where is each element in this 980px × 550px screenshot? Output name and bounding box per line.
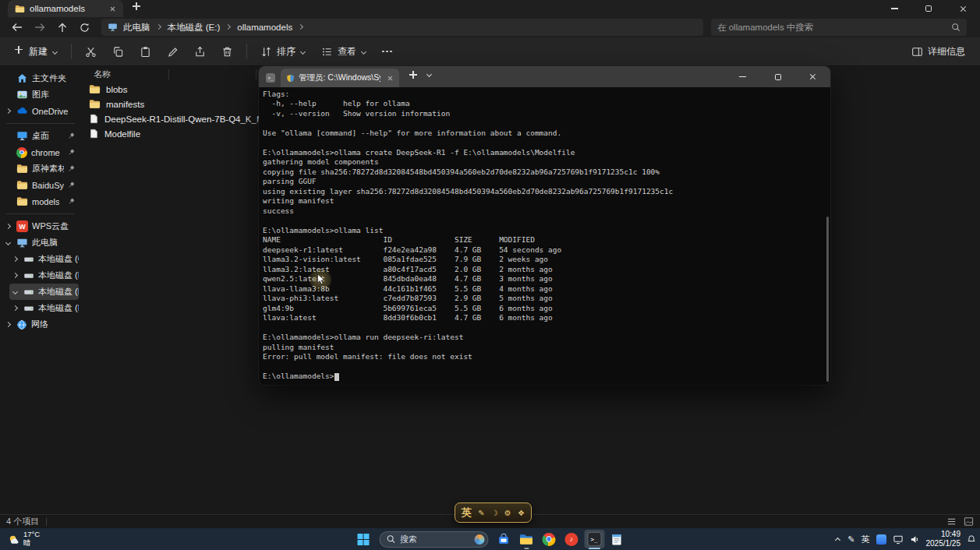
toolbar-divider [246,44,247,59]
admin-shield-icon [286,74,295,83]
refresh-icon[interactable] [74,19,95,36]
terminal-new-tab-button[interactable] [409,68,417,82]
tray-pen-icon[interactable]: ✎ [847,534,854,545]
search-highlight-icon [474,534,484,545]
details-pane-button[interactable]: 详细信息 [904,41,972,62]
chevron-right-icon [12,256,19,263]
cut-button[interactable] [78,41,104,62]
rename-button[interactable] [160,41,186,62]
chevron-down-icon [300,49,306,55]
drive-icon [23,254,34,265]
sort-button[interactable]: 排序 [253,41,313,62]
share-button[interactable] [187,41,213,62]
breadcrumb-ollamamodels[interactable]: ollamamodels [237,23,292,32]
chevron-right-icon [12,305,19,312]
delete-button[interactable] [214,41,240,62]
sidebar-item-gallery[interactable]: 图库 [2,86,79,103]
store-icon[interactable] [494,530,514,548]
file-explorer-icon[interactable] [516,530,536,548]
sidebar-item-desktop[interactable]: 桌面 [2,128,79,144]
chrome-icon[interactable] [539,530,559,548]
sidebar-item-this-pc[interactable]: 此电脑 [2,234,79,251]
clock-date: 2025/1/25 [926,539,961,549]
breadcrumb-drive-e[interactable]: 本地磁盘 (E:) [168,22,221,33]
new-button[interactable]: 新建 [8,41,65,62]
chevron-right-icon [5,224,12,230]
sidebar-item-wps-cloud[interactable]: WPS云盘 [2,218,79,234]
tray-expand-icon[interactable] [835,536,841,542]
terminal-maximize-button[interactable] [760,66,795,87]
folder-icon [89,98,101,110]
sidebar-item-chrome[interactable]: chrome [2,144,79,160]
explorer-address-bar: 此电脑 本地磁盘 (E:) ollamamodels [0,17,980,37]
network-display-icon[interactable] [893,534,904,545]
sidebar-item-baidusyncdisk[interactable]: BaiduSyncdisk [2,177,79,193]
tab-close-icon[interactable] [106,2,119,15]
pin-icon [68,182,75,189]
terminal-close-button[interactable] [795,66,830,87]
terminal-console[interactable]: Flags: -h, --help help for ollama -v, --… [263,90,673,382]
sidebar-item-drive-e[interactable]: 本地磁盘 (E:) [9,284,79,300]
chevron-down-icon [5,240,12,246]
pin-icon [68,165,75,172]
terminal-tab-title: 管理员: C:\Windows\System32 [299,72,380,83]
sidebar-item-drive-c[interactable]: 本地磁盘 (C:) [9,251,79,267]
speaker-icon[interactable] [910,534,920,545]
sidebar-divider [6,213,75,214]
terminal-scrollbar[interactable] [826,217,829,382]
start-button[interactable] [353,530,373,548]
terminal-body: Flags: -h, --help help for ollama -v, --… [259,87,830,385]
back-button[interactable] [6,19,27,36]
weather-widget[interactable]: 17°C晴 [5,528,43,550]
up-button[interactable] [51,19,73,36]
notepad-icon[interactable] [607,530,627,548]
paste-button[interactable] [133,41,158,62]
terminal-taskbar-icon[interactable] [584,530,604,548]
ime-moon-icon[interactable]: ☽ [491,509,498,517]
terminal-tab-dropdown[interactable] [426,67,433,81]
copy-button[interactable] [105,41,131,62]
tray-ime-indicator[interactable]: 英 [861,534,870,545]
terminal-tab[interactable]: 管理员: C:\Windows\System32 [281,69,399,87]
status-divider [46,518,47,526]
taskbar-clock[interactable]: 10:49 2025/1/25 [926,530,961,549]
sort-icon [260,46,272,58]
ime-pen-icon[interactable]: ✎ [478,509,484,517]
explorer-sidebar: 主文件夹 图库 OneDrive 桌面 [0,66,81,514]
explorer-tab[interactable]: ollamamodels [8,0,123,17]
forward-button[interactable] [29,19,50,36]
new-tab-button[interactable] [133,0,140,13]
more-options-button[interactable] [375,41,399,62]
terminal-minimize-button[interactable] [725,66,760,87]
explorer-search-input[interactable] [717,23,946,32]
share-icon [194,46,206,58]
thumbnail-view-toggle-icon[interactable] [964,517,974,527]
sidebar-item-drive-f[interactable]: 本地磁盘 (F:) [9,300,79,316]
details-view-toggle-icon[interactable] [946,517,957,527]
sidebar-item-drive-d[interactable]: 本地磁盘 (D:) [9,267,79,284]
tray-app-icon[interactable] [876,534,886,545]
view-button[interactable]: 查看 [314,41,373,62]
taskbar-search-box[interactable]: 搜索 [379,531,488,548]
explorer-tab-title: ollamamodels [30,4,101,13]
minimize-button[interactable] [877,0,911,17]
notification-bell-icon[interactable] [967,534,976,544]
drive-icon [23,287,34,298]
maximize-button[interactable] [911,0,946,17]
sidebar-item-network[interactable]: 网络 [2,316,79,333]
terminal-tab-close-icon[interactable] [384,72,395,83]
network-globe-icon [16,319,27,330]
ime-mode-indicator[interactable]: 英 [462,506,472,520]
sidebar-item-models[interactable]: models [2,193,79,210]
ime-skin-icon[interactable]: ❖ [518,509,525,517]
column-divider [168,69,169,79]
close-button[interactable] [946,0,980,17]
ime-settings-gear-icon[interactable]: ⚙ [504,509,511,517]
folder-icon [89,83,101,95]
red-app-icon[interactable] [561,530,582,548]
breadcrumb-this-pc[interactable]: 此电脑 [123,22,150,33]
explorer-command-bar: 新建 排序 [0,37,980,66]
sidebar-item-genshin-assets[interactable]: 原神素材 [2,160,79,177]
sidebar-item-home[interactable]: 主文件夹 [2,70,79,86]
sidebar-item-onedrive[interactable]: OneDrive [2,103,79,119]
